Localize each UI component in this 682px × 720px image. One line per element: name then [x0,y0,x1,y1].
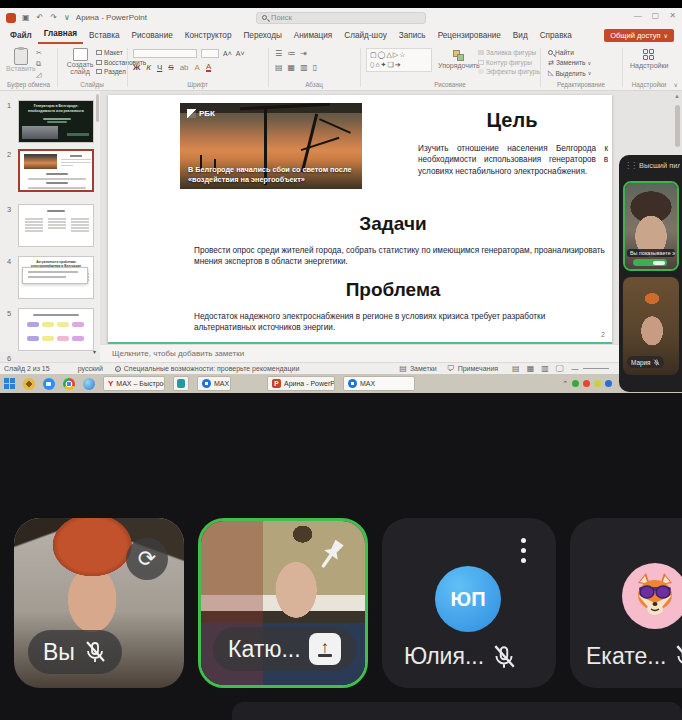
group-editing: Редактирование [540,44,622,90]
chrome-icon[interactable] [63,378,75,390]
tab-slideshow[interactable]: Слайд-шоу [338,28,392,44]
slide-thumbnail-2-selected[interactable] [18,149,94,192]
start-button[interactable] [4,378,15,389]
tray-expand-icon[interactable]: ⌃ [562,380,568,388]
presenting-label: Вы показываете эк [627,249,675,257]
avatar-initials-text: ЮП [451,588,486,611]
mic-muted-icon [653,359,660,366]
participant-name: Юлия... [404,643,484,670]
close-icon[interactable]: ✕ [669,11,676,20]
zoom-control[interactable]: — [572,365,609,372]
tab-help[interactable]: Справка [534,28,578,44]
tab-review[interactable]: Рецензирование [432,28,507,44]
participant-name-pill: Вы [28,630,122,674]
tab-design[interactable]: Конструктор [179,28,238,44]
stop-presenting-chip[interactable] [633,259,667,266]
powerpoint-app-icon [6,13,16,23]
redo-icon[interactable]: ↷ [50,13,57,22]
chevron-down-icon: ∨ [664,32,668,39]
participant-name: Мария [631,359,651,366]
tab-animations[interactable]: Анимация [288,28,338,44]
view-switcher: ▤ ▦ ▥ 🖵 [512,364,563,374]
tab-view[interactable]: Вид [507,28,534,44]
app-icon-yellow[interactable] [23,378,35,390]
zoom-out-icon[interactable]: — [572,365,579,372]
scroll-up-icon[interactable]: ▲ [674,93,680,99]
tray-icon-blue[interactable] [605,380,612,387]
taskbar-window-max-1[interactable]: MAX [197,376,231,391]
slide-counter: Слайд 2 из 15 [4,365,50,372]
meeting-panel[interactable]: ⋮⋮ Высший пило Вы показываете эк Мария [619,155,682,392]
ribbon: Вставить ✂ ⧉ ◿ Буфер обмена Создать слай… [0,44,682,91]
browser-y-icon: Y [108,379,113,388]
news-caption: В Белгороде начались сбои со светом посл… [188,165,354,184]
tile-menu-icon[interactable] [521,538,526,563]
group-drawing: Рисование [360,44,540,90]
collapse-ribbon-icon[interactable]: ∨ [674,81,678,88]
tray-icon-green[interactable] [572,380,579,387]
taskbar-window-teal[interactable] [173,376,189,391]
maximize-icon[interactable]: ▢ [652,11,660,20]
tray-icon-red[interactable] [583,380,590,387]
tab-insert[interactable]: Вставка [83,28,125,44]
group-label: Буфер обмена [0,81,57,88]
thumbnail-preview-popup [22,267,88,284]
zoom-app-icon[interactable] [43,378,55,390]
notes-pane[interactable]: Щелкните, чтобы добавить заметки [100,344,682,362]
notes-splitter-icon[interactable]: ▾ [93,348,96,355]
slideshow-view-icon[interactable]: 🖵 [556,364,564,374]
group-slides: Слайды [57,44,127,90]
flip-camera-button[interactable]: ⟳ [126,538,168,580]
search-input[interactable]: Поиск [256,12,426,24]
tab-file[interactable]: Файл [4,28,38,44]
search-icon [262,15,267,20]
normal-view-icon[interactable]: ▤ [512,364,520,373]
notes-toggle[interactable]: ▤Заметки [399,364,436,373]
taskbar-window-powerpoint[interactable]: P Арина - PowerPoint [267,376,335,391]
panel-tile-presenter[interactable]: Вы показываете эк [623,181,679,271]
taskbar-window-max-browser[interactable]: Y MAX – Быстрое и ... [103,376,165,391]
video-tile-katya[interactable]: Катю... ↑ [198,518,368,688]
comments-toggle[interactable]: 🗩Примечания [447,364,498,373]
chevron-down-icon[interactable]: ∨ [64,13,70,22]
slide-canvas[interactable]: РБК В Белгороде начались сбои со светом … [108,95,612,347]
slide-thumbnail-1[interactable]: Генераторы в Белгороде: необходимость ил… [18,100,94,143]
undo-icon[interactable]: ↶ [37,13,44,22]
thumb-number: 2 [7,150,11,159]
tab-draw[interactable]: Рисование [126,28,179,44]
quick-access-toolbar: ▣ ↶ ↷ ∨ [22,13,70,22]
tab-transitions[interactable]: Переходы [237,28,287,44]
canvas-scrollbar[interactable] [675,105,680,147]
drag-handle-icon[interactable]: ⋮⋮ [624,161,636,170]
panel-tile-maria[interactable]: Мария [623,277,679,375]
save-icon[interactable]: ▣ [22,13,30,22]
search-placeholder: Поиск [271,13,292,22]
meeting-panel-header[interactable]: ⋮⋮ Высший пило [624,161,680,170]
accessibility-icon: ✓ [115,366,121,372]
thumbnails-scrollbar[interactable] [96,94,99,122]
accessibility-checker[interactable]: ✓ Специальные возможности: проверьте рек… [115,365,300,372]
system-tray: ⌃ [562,380,612,388]
tab-record[interactable]: Запись [393,28,432,44]
video-tile-you[interactable]: ⟳ Вы [14,518,184,688]
slide-thumbnail-3[interactable] [18,204,94,247]
slide-thumbnail-5[interactable] [18,308,94,351]
minimize-icon[interactable]: — [634,11,642,20]
app-icon-blue[interactable] [83,378,95,390]
reading-view-icon[interactable]: ▥ [541,364,549,373]
video-tile-yulia[interactable]: ЮП Юлия... [382,518,556,688]
window-controls: — ▢ ✕ [634,11,676,20]
sorter-view-icon[interactable]: ▦ [527,364,535,373]
call-controls-bar[interactable] [232,702,682,720]
tab-home[interactable]: Главная [38,26,83,44]
tray-icon-yellow[interactable] [594,380,601,387]
share-button-label: Общий доступ [610,31,660,40]
ribbon-tabs: Файл Главная Вставка Рисование Конструкт… [0,27,682,44]
slide-thumbnails-panel: 1 Генераторы в Белгороде: необходимость … [0,91,100,352]
video-tile-ekaterina[interactable]: Екате... [570,518,682,688]
zoom-slider[interactable] [583,368,609,369]
taskbar-window-max-2[interactable]: MAX [343,376,415,391]
language-selector[interactable]: русский [78,365,103,372]
group-font: Шрифт [127,44,268,90]
share-button[interactable]: Общий доступ ∨ [604,29,674,42]
